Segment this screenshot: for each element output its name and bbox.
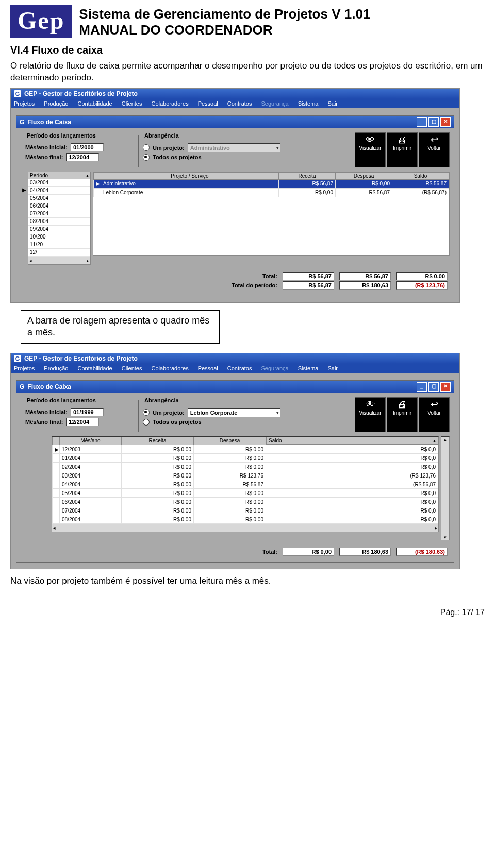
radio-todos-projetos[interactable] bbox=[143, 419, 150, 426]
grid-row[interactable]: 04/2004R$ 0,00R$ 56,87(R$ 56,87 bbox=[53, 480, 438, 489]
grid-row[interactable]: Leblon Corporate R$ 0,00 R$ 56,87 (R$ 56… bbox=[94, 188, 449, 197]
radio-todos-projetos[interactable] bbox=[143, 154, 150, 161]
menu-contratos[interactable]: Contratos bbox=[227, 365, 252, 371]
label-total-periodo: Total do período: bbox=[195, 282, 277, 288]
col-mes[interactable]: Mês/ano bbox=[60, 437, 122, 445]
grid-row[interactable]: 03/2004R$ 0,00R$ 123,76(R$ 123,76 bbox=[53, 471, 438, 480]
grid-row[interactable]: 07/2004R$ 0,00R$ 0,00R$ 0,0 bbox=[53, 506, 438, 515]
app-titlebar-2: G GEP - Gestor de Escritórios de Projeto bbox=[11, 353, 459, 364]
grid-row[interactable]: ▶12/2003R$ 0,00R$ 0,00R$ 0,0 bbox=[53, 445, 438, 454]
col-despesa[interactable]: Despesa bbox=[336, 172, 392, 179]
period-scrollbar[interactable]: ◂▸ bbox=[28, 257, 90, 264]
close-button[interactable]: ✕ bbox=[440, 117, 451, 127]
app-icon: G bbox=[14, 355, 21, 362]
menu-producao[interactable]: Produção bbox=[44, 100, 68, 107]
minimize-button[interactable]: _ bbox=[417, 382, 427, 392]
imprimir-button[interactable]: 🖨 Imprimir bbox=[387, 397, 418, 432]
menu-producao[interactable]: Produção bbox=[44, 365, 68, 371]
results-grid-1: Projeto / Serviço Receita Despesa Saldo … bbox=[93, 172, 450, 256]
menu-pessoal[interactable]: Pessoal bbox=[198, 365, 218, 371]
col-saldo[interactable]: Saldo bbox=[269, 438, 282, 444]
input-mes-final[interactable]: 12/2004 bbox=[66, 153, 99, 161]
exit-icon: ↩ bbox=[431, 135, 438, 144]
total-saldo: (R$ 180,63) bbox=[396, 548, 448, 556]
menu-sair[interactable]: Sair bbox=[327, 365, 338, 371]
chevron-down-icon: ▾ bbox=[276, 145, 279, 150]
input-mes-inicial[interactable]: 01/1999 bbox=[71, 408, 104, 416]
voltar-button[interactable]: ↩ Voltar bbox=[419, 132, 450, 167]
menu-sistema[interactable]: Sistema bbox=[298, 365, 319, 371]
period-item[interactable]: 11/20 bbox=[28, 241, 90, 249]
app-titlebar-1: G GEP - Gestor de Escritórios de Projeto bbox=[11, 89, 459, 99]
label-mes-final: Mês/ano final: bbox=[25, 419, 63, 425]
col-projeto[interactable]: Projeto / Serviço bbox=[101, 172, 279, 179]
input-mes-inicial[interactable]: 01/2000 bbox=[71, 143, 104, 151]
menu-colaboradores[interactable]: Colaboradores bbox=[151, 100, 188, 107]
maximize-button[interactable]: ▢ bbox=[428, 382, 439, 392]
period-item[interactable]: 08/2004 bbox=[28, 218, 90, 226]
menu-contabilidade[interactable]: Contabilidade bbox=[77, 100, 112, 107]
grid-vscrollbar[interactable]: ▴▾ bbox=[441, 436, 450, 540]
period-item[interactable]: 03/2004 bbox=[28, 179, 90, 187]
group-abrangencia-legend: Abrangência bbox=[143, 397, 180, 403]
grid-row[interactable]: 05/2004R$ 0,00R$ 0,00R$ 0,0 bbox=[53, 489, 438, 498]
label-mes-inicial: Mês/ano inicial: bbox=[25, 144, 68, 150]
intro-paragraph: O relatório de fluxo de caixa permite ac… bbox=[10, 60, 485, 84]
visualizar-button[interactable]: 👁 Visualizar bbox=[355, 132, 386, 167]
menu-projetos[interactable]: Projetos bbox=[14, 100, 35, 107]
voltar-button[interactable]: ↩ Voltar bbox=[419, 397, 450, 432]
grid-row[interactable]: ▶ Administrativo R$ 56,87 R$ 0,00 R$ 56,… bbox=[94, 179, 449, 188]
visualizar-button[interactable]: 👁 Visualizar bbox=[355, 397, 386, 432]
chevron-down-icon: ▾ bbox=[276, 410, 279, 415]
col-receita[interactable]: Receita bbox=[279, 172, 336, 179]
close-button[interactable]: ✕ bbox=[440, 382, 451, 392]
combo-projeto[interactable]: Administrativo▾ bbox=[188, 143, 280, 152]
menu-contabilidade[interactable]: Contabilidade bbox=[77, 365, 112, 371]
label-total: Total: bbox=[195, 549, 277, 555]
grid-row[interactable]: 06/2004R$ 0,00R$ 0,00R$ 0,0 bbox=[53, 498, 438, 506]
period-item[interactable]: 10/200 bbox=[28, 233, 90, 241]
period-item[interactable]: 09/2004 bbox=[28, 226, 90, 233]
grid-row[interactable]: 08/2004R$ 0,00R$ 0,00R$ 0,0 bbox=[53, 515, 438, 524]
period-item[interactable]: 07/2004 bbox=[28, 210, 90, 218]
period-list[interactable]: Período ▴ 03/2004 04/2004 05/2004 06/200… bbox=[28, 172, 91, 265]
combo-projeto[interactable]: Leblon Corporate▾ bbox=[188, 408, 280, 417]
minimize-button[interactable]: _ bbox=[417, 117, 427, 127]
menu-projetos[interactable]: Projetos bbox=[14, 365, 35, 371]
input-mes-final[interactable]: 12/2004 bbox=[66, 418, 99, 426]
grid-row[interactable]: 02/2004R$ 0,00R$ 0,00R$ 0,0 bbox=[53, 463, 438, 471]
menu-pessoal[interactable]: Pessoal bbox=[198, 100, 218, 107]
sort-up-icon[interactable]: ▴ bbox=[433, 438, 436, 444]
maximize-button[interactable]: ▢ bbox=[428, 117, 439, 127]
printer-icon: 🖨 bbox=[398, 400, 407, 409]
menu-clientes[interactable]: Clientes bbox=[122, 365, 142, 371]
radio-um-projeto[interactable] bbox=[143, 409, 150, 416]
menu-contratos[interactable]: Contratos bbox=[227, 100, 252, 107]
menu-colaboradores[interactable]: Colaboradores bbox=[151, 365, 188, 371]
grid-hscrollbar[interactable]: ◂▸ bbox=[52, 524, 438, 532]
window-title: Fluxo de Caixa bbox=[27, 118, 71, 126]
menu-sair[interactable]: Sair bbox=[327, 100, 338, 107]
col-receita[interactable]: Receita bbox=[122, 437, 194, 445]
menu-sistema[interactable]: Sistema bbox=[298, 100, 319, 107]
period-item-selected[interactable]: 04/2004 bbox=[28, 187, 90, 195]
period-item[interactable]: 05/2004 bbox=[28, 195, 90, 202]
period-item[interactable]: 06/2004 bbox=[28, 202, 90, 210]
fluxo-window-2: G Fluxo de Caixa _ ▢ ✕ Período dos lança… bbox=[16, 380, 454, 563]
total-receita: R$ 0,00 bbox=[283, 548, 334, 556]
menu-clientes[interactable]: Clientes bbox=[122, 100, 142, 107]
app-title: GEP - Gestor de Escritórios de Projeto bbox=[24, 90, 138, 97]
total-periodo-despesa: R$ 180,63 bbox=[339, 281, 391, 290]
sort-up-icon[interactable]: ▴ bbox=[86, 173, 89, 178]
radio-um-projeto[interactable] bbox=[143, 144, 150, 151]
period-item[interactable]: 12/ bbox=[28, 249, 90, 257]
label-um-projeto: Um projeto: bbox=[153, 145, 185, 151]
exit-icon: ↩ bbox=[431, 400, 438, 409]
closing-paragraph: Na visão por projeto também é possível t… bbox=[10, 575, 485, 587]
col-saldo[interactable]: Saldo bbox=[392, 172, 449, 179]
total-despesa: R$ 180,63 bbox=[339, 548, 391, 556]
imprimir-button[interactable]: 🖨 Imprimir bbox=[387, 132, 418, 167]
col-despesa[interactable]: Despesa bbox=[194, 437, 266, 445]
screenshot-1: G GEP - Gestor de Escritórios de Projeto… bbox=[10, 88, 460, 303]
grid-row[interactable]: 01/2004R$ 0,00R$ 0,00R$ 0,0 bbox=[53, 454, 438, 463]
